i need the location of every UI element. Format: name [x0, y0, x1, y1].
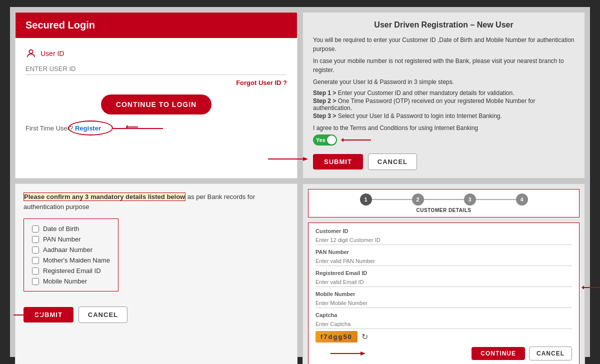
- secured-login-panel: Secured Login User ID Forgot User ID ? C…: [15, 12, 298, 178]
- checkbox-pan: PAN Number: [32, 236, 110, 243]
- svg-marker-11: [360, 352, 366, 356]
- customer-form: Customer ID PAN Number Registered Email …: [308, 222, 580, 364]
- register-circle-annotation: [68, 120, 113, 136]
- mandatory-cancel-button[interactable]: CANCEL: [78, 306, 128, 323]
- checkbox-aadhaar-input[interactable]: [32, 246, 39, 254]
- secured-login-title: Secured Login: [26, 20, 95, 30]
- customer-details-panel: 1 2 3 4 CUSTOMER DETAILS Customer ID: [302, 184, 585, 364]
- checkbox-mobile-input[interactable]: [32, 278, 39, 285]
- toggle-yes-label: Yes: [316, 137, 326, 143]
- reg-desc3: Generate your User Id & Password in 3 si…: [313, 78, 574, 86]
- toggle-knob: [327, 136, 336, 144]
- reg-step2: Step 2 > One Time Password (OTP) receive…: [313, 98, 574, 112]
- user-icon: [26, 48, 36, 59]
- step-1-circle: 1: [360, 194, 372, 206]
- reg-step3: Step 3 > Select your User Id & Password …: [313, 112, 574, 120]
- svg-marker-9: [582, 286, 584, 290]
- checkbox-email-input[interactable]: [32, 268, 39, 274]
- submit-arrow-svg: [268, 154, 308, 164]
- toggle-row: Yes: [313, 134, 574, 146]
- checkbox-mobile: Mobile Number: [32, 278, 110, 285]
- agree-toggle[interactable]: Yes: [313, 134, 337, 146]
- step-line-1: [372, 199, 412, 200]
- step-3-circle: 3: [464, 194, 476, 206]
- step-2-circle: 2: [412, 194, 424, 206]
- reg-buttons: SUBMIT CANCEL: [313, 154, 417, 170]
- mandatory-panel: Please confirm any 3 mandatory details l…: [15, 184, 298, 364]
- checkbox-maiden-input[interactable]: [32, 257, 39, 264]
- step-4-circle: 4: [516, 194, 528, 206]
- reg-desc2: In case your mobile number is not regist…: [313, 56, 574, 74]
- user-id-text: User ID: [40, 50, 64, 58]
- registration-submit-button[interactable]: SUBMIT: [313, 154, 363, 170]
- reg-step1: Step 1 > Enter your Customer ID and othe…: [313, 90, 574, 96]
- registration-panel: User Driven Registration – New User You …: [302, 12, 585, 178]
- registration-title: User Driven Registration – New User: [313, 20, 574, 30]
- customer-id-input[interactable]: [316, 236, 572, 245]
- svg-marker-3: [341, 138, 344, 142]
- checkbox-email: Registered Email ID: [32, 267, 110, 274]
- bottom-submit-arrow: [14, 310, 44, 320]
- form-cancel-button[interactable]: CANCEL: [529, 346, 572, 360]
- pan-number-input[interactable]: [316, 256, 572, 266]
- pan-number-field: PAN Number: [316, 249, 572, 266]
- checkbox-dob-input[interactable]: [32, 226, 39, 232]
- email-input[interactable]: [316, 278, 572, 287]
- form-arrow-right: [582, 280, 600, 295]
- reg-desc1: You will be required to enter your Custo…: [313, 36, 574, 54]
- step-line-3: [476, 199, 516, 200]
- checkbox-pan-input[interactable]: [32, 236, 39, 243]
- captcha-row: f7dgg50 ↻: [316, 331, 572, 342]
- first-time-user-text: First Time User? Register ⟵: [26, 124, 287, 132]
- agree-text: I agree to the Terms and Conditions for …: [313, 124, 574, 132]
- captcha-field: Captcha f7dgg50 ↻: [316, 312, 572, 342]
- svg-point-0: [29, 50, 32, 54]
- user-id-label: User ID: [26, 48, 287, 59]
- secured-login-header: Secured Login: [16, 12, 297, 38]
- checkbox-aadhaar: Aadhaar Number: [32, 246, 110, 254]
- captcha-image: f7dgg50: [316, 331, 358, 342]
- captcha-input[interactable]: [316, 320, 572, 329]
- mobile-label: Mobile Number: [316, 291, 572, 297]
- customer-id-label: Customer ID: [316, 228, 572, 234]
- captcha-label: Captcha: [316, 312, 572, 318]
- registration-cancel-button[interactable]: CANCEL: [368, 154, 417, 170]
- step-line-2: [424, 199, 464, 200]
- mobile-field: Mobile Number: [316, 291, 572, 308]
- checkbox-list: Date of Birth PAN Number Aadhaar Number …: [24, 218, 118, 292]
- svg-marker-5: [303, 157, 308, 161]
- steps-row: 1 2 3 4: [316, 194, 571, 206]
- steps-bar: 1 2 3 4 CUSTOMER DETAILS: [308, 189, 580, 218]
- user-id-input[interactable]: [26, 63, 287, 75]
- arrow-line-svg: [113, 124, 173, 134]
- form-continue-button[interactable]: CONTINUE: [472, 347, 525, 360]
- checkbox-dob: Date of Birth: [32, 225, 110, 232]
- mobile-input[interactable]: [316, 298, 572, 308]
- toggle-arrow-svg: [341, 135, 381, 145]
- continue-to-login-button[interactable]: CONTINUE TO LOGIN: [101, 94, 212, 114]
- email-label: Registered Email ID: [316, 270, 572, 276]
- email-field: Registered Email ID: [316, 270, 572, 287]
- svg-marker-7: [38, 313, 44, 317]
- mandatory-text: Please confirm any 3 mandatory details l…: [24, 192, 289, 212]
- pan-number-label: PAN Number: [316, 249, 572, 255]
- refresh-captcha-icon[interactable]: ↻: [362, 332, 368, 342]
- main-container: Secured Login User ID Forgot User ID ? C…: [10, 7, 590, 357]
- mandatory-highlight: Please confirm any 3 mandatory details l…: [24, 192, 186, 201]
- step-label: CUSTOMER DETAILS: [416, 208, 472, 213]
- checkbox-maiden: Mother's Maiden Name: [32, 256, 110, 264]
- forgot-userid-link[interactable]: Forgot User ID ?: [26, 79, 287, 86]
- customer-id-field: Customer ID: [316, 228, 572, 245]
- continue-arrow-svg: [330, 348, 366, 358]
